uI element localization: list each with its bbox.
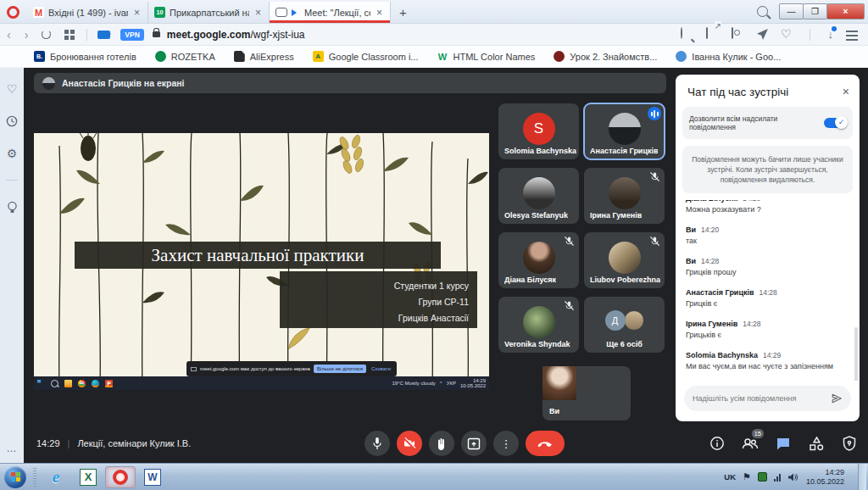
participant-tile[interactable]: Liubov Poberezhna xyxy=(584,232,665,288)
speed-dial-icon[interactable] xyxy=(64,30,75,40)
video-popout-icon[interactable] xyxy=(97,31,110,39)
search-icon xyxy=(51,380,58,387)
chat-input[interactable] xyxy=(693,394,826,403)
mic-button[interactable] xyxy=(364,431,390,456)
sidebar-setup-icon[interactable]: … xyxy=(7,443,18,454)
meeting-details-icon[interactable] xyxy=(709,435,726,452)
edge-icon xyxy=(92,380,99,387)
end-call-button[interactable] xyxy=(526,431,565,456)
window-minimize-button[interactable]: — xyxy=(779,3,804,19)
mic-muted-icon xyxy=(564,236,575,247)
search-icon[interactable] xyxy=(757,6,768,17)
volume-icon[interactable] xyxy=(787,472,798,482)
avatar xyxy=(609,113,641,145)
mic-muted-icon xyxy=(564,300,575,311)
secure-lock-icon[interactable] xyxy=(153,31,160,37)
taskbar-ie[interactable]: e xyxy=(41,466,71,488)
bookmark-classroom[interactable]: AGoogle Classroom i... xyxy=(313,51,419,62)
slide-subtitle: Студентки 1 курсу Групи СР-11 Грицків Ан… xyxy=(280,271,477,328)
participant-tile[interactable]: Діана Білусяк xyxy=(498,232,579,288)
mic-muted-icon xyxy=(649,171,660,182)
screen-icon xyxy=(191,367,197,371)
participant-tile[interactable]: Ірина Гуменів xyxy=(584,168,665,224)
reload-icon[interactable] xyxy=(42,30,51,39)
chat-toggle-icon[interactable] xyxy=(775,435,792,452)
classroom-icon: A xyxy=(313,51,324,62)
tab-close-icon[interactable]: × xyxy=(132,7,142,19)
send-icon[interactable] xyxy=(831,393,843,404)
chat-input-row xyxy=(684,386,851,411)
bookmark-booking[interactable]: B.Бронювання готелів xyxy=(34,51,136,62)
taskbar-opera-active[interactable] xyxy=(105,466,136,488)
stop-sharing-button[interactable]: Більше не ділитися xyxy=(314,365,366,373)
overflow-tile[interactable]: Д Ще 6 осіб xyxy=(584,297,665,353)
taskbar-clock[interactable]: 14:29 10.05.2022 xyxy=(804,468,851,487)
chat-title: Чат під час зустрічі xyxy=(687,86,788,98)
shared-lang: УКР xyxy=(447,381,456,386)
tab-close-icon[interactable]: × xyxy=(375,7,384,19)
send-to-device-icon[interactable] xyxy=(757,29,768,40)
camera-off-button[interactable] xyxy=(397,431,422,456)
tab-title: Прикарпатський національ xyxy=(170,8,249,18)
self-view-tile[interactable]: Ви xyxy=(542,366,631,420)
easy-setup-icon[interactable] xyxy=(846,31,858,41)
tab-close-icon[interactable]: × xyxy=(253,7,263,19)
hide-toast-button[interactable]: Сховати xyxy=(370,366,392,371)
tab-gmail[interactable]: Вхідні (1 499) - ivanna.kuly × xyxy=(27,2,148,23)
meet-page: ♡ ⚙ … Анастасія Грицків на екрані xyxy=(0,68,868,463)
more-options-button[interactable]: ⋮ xyxy=(493,431,519,456)
meet-control-bar: 14:29 | Лекції, семінари Кулик І.В. xyxy=(24,424,868,463)
snapshot-icon[interactable] xyxy=(732,27,733,39)
bookmark-aliexpress[interactable]: AliExpress xyxy=(234,51,294,62)
present-button[interactable] xyxy=(461,431,487,456)
chat-close-icon[interactable]: × xyxy=(843,85,849,98)
tab-university[interactable]: 10 Прикарпатський національ × xyxy=(148,2,270,23)
history-icon[interactable] xyxy=(6,115,18,127)
activities-icon[interactable] xyxy=(808,435,825,452)
bookmark-rozetka[interactable]: ROZETKA xyxy=(155,51,215,62)
start-icon xyxy=(37,380,45,387)
lightbulb-icon[interactable] xyxy=(7,201,18,214)
window-maximize-button[interactable]: ❐ xyxy=(803,3,827,19)
network-signal-icon[interactable] xyxy=(774,473,781,482)
participants-icon[interactable]: 15 xyxy=(742,435,759,452)
language-indicator[interactable]: UK xyxy=(724,472,736,482)
settings-gear-icon[interactable]: ⚙ xyxy=(7,148,18,159)
bookmark-profile[interactable]: Іванна Кулик - Goo... xyxy=(676,51,781,62)
share-page-icon[interactable] xyxy=(706,27,708,39)
window-close-button[interactable]: × xyxy=(826,3,865,19)
new-tab-button[interactable]: + xyxy=(391,5,415,23)
action-center-flag-icon[interactable]: ⚑ xyxy=(743,471,751,482)
raise-hand-button[interactable] xyxy=(429,431,454,456)
bookmarks-heart-icon[interactable]: ♡ xyxy=(7,83,18,95)
bookmark-lesson[interactable]: Урок 2. Знайомств... xyxy=(554,51,657,62)
zoom-page-icon[interactable] xyxy=(681,27,682,39)
gpu-tray-icon[interactable] xyxy=(758,472,767,482)
tab-audio-icon xyxy=(292,9,300,16)
participant-tile[interactable]: Veronika Shyndak xyxy=(498,297,579,353)
opera-logo-icon[interactable] xyxy=(7,6,19,19)
bookmark-heart-icon[interactable]: ♡ xyxy=(781,28,792,41)
chat-message: Ви14:20 так xyxy=(686,226,849,246)
taskbar-excel[interactable]: X xyxy=(73,466,103,488)
tab-meet-active[interactable]: Meet: "Лекції, семінар × xyxy=(270,2,391,23)
url-field[interactable]: meet.google.com/wgf-xjst-iua xyxy=(167,29,305,41)
bookmark-htmlcolors[interactable]: WHTML Color Names xyxy=(437,51,536,62)
chat-messages[interactable]: Діана Білусяк14:20 Можна розказувати ? В… xyxy=(676,200,860,381)
participant-tile[interactable]: Olesya Stefanyuk xyxy=(498,168,579,224)
participant-tile[interactable]: S Solomia Bachynska xyxy=(498,103,579,159)
chat-scrollbar[interactable] xyxy=(854,327,858,381)
allow-messages-toggle[interactable] xyxy=(824,118,846,128)
avatar xyxy=(523,306,555,338)
taskbar-word[interactable]: W xyxy=(137,466,168,488)
forward-icon[interactable]: › xyxy=(18,28,36,42)
participant-tile-speaking[interactable]: Анастасія Грицків xyxy=(584,103,665,159)
start-button[interactable] xyxy=(4,466,26,488)
chrome-icon xyxy=(78,380,86,387)
vpn-badge[interactable]: VPN xyxy=(120,29,143,41)
downloads-icon[interactable]: ↓ xyxy=(828,28,834,41)
show-desktop-button[interactable] xyxy=(858,464,866,490)
host-controls-icon[interactable] xyxy=(841,435,858,452)
back-icon[interactable]: ‹ xyxy=(0,28,18,42)
chat-message: Ви14:28 Грицків прошу xyxy=(686,257,849,277)
